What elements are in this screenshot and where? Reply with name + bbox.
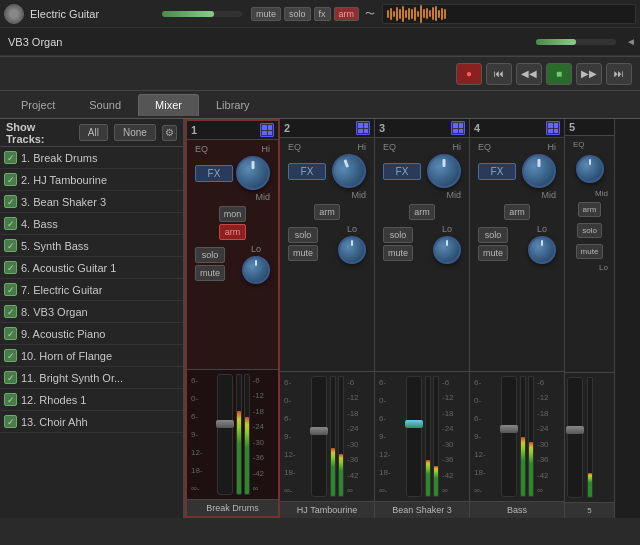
channel-num-5: 5 bbox=[569, 121, 575, 133]
fader-track-2[interactable] bbox=[311, 376, 327, 497]
list-item[interactable]: 11. Bright Synth Or... bbox=[0, 367, 183, 389]
chan-btns-3: arm bbox=[405, 202, 439, 222]
track-checkbox-9[interactable] bbox=[4, 327, 17, 340]
eq-hi-knob-1[interactable] bbox=[236, 156, 270, 190]
mute-btn-ch1[interactable]: mute bbox=[195, 265, 225, 281]
eq-hi-knob-4[interactable] bbox=[522, 154, 556, 188]
fader-handle-1[interactable] bbox=[216, 420, 234, 428]
gear-icon[interactable]: ⚙ bbox=[162, 125, 177, 141]
mid-label-5: Mid bbox=[569, 189, 610, 198]
track-checkbox-1[interactable] bbox=[4, 151, 17, 164]
channel-label-2: HJ Tambourine bbox=[280, 501, 374, 518]
meter-bar-1a bbox=[236, 374, 242, 495]
mute-btn-ch2[interactable]: mute bbox=[288, 245, 318, 261]
channel-grid-icon-4[interactable] bbox=[546, 121, 560, 135]
fader-track-5[interactable] bbox=[567, 377, 583, 498]
arm-btn-1[interactable]: arm bbox=[219, 224, 247, 240]
list-item[interactable]: 10. Horn of Flange bbox=[0, 345, 183, 367]
fader-handle-2[interactable] bbox=[310, 427, 328, 435]
track-checkbox-11[interactable] bbox=[4, 371, 17, 384]
fader-handle-4[interactable] bbox=[500, 425, 518, 433]
mon-btn-1[interactable]: mon bbox=[219, 206, 247, 222]
solo-btn-guitar[interactable]: solo bbox=[284, 7, 311, 21]
meter-bar-4a bbox=[520, 376, 526, 497]
solo-btn-ch5[interactable]: solo bbox=[577, 223, 602, 238]
fader-track-3[interactable] bbox=[406, 376, 422, 497]
track-checkbox-8[interactable] bbox=[4, 305, 17, 318]
list-item[interactable]: 5. Synth Bass bbox=[0, 235, 183, 257]
track-checkbox-12[interactable] bbox=[4, 393, 17, 406]
list-item[interactable]: 7. Electric Guitar bbox=[0, 279, 183, 301]
solo-btn-ch2[interactable]: solo bbox=[288, 227, 318, 243]
track-checkbox-13[interactable] bbox=[4, 415, 17, 428]
mute-btn-ch5[interactable]: mute bbox=[576, 244, 604, 259]
list-item[interactable]: 2. HJ Tambourine bbox=[0, 169, 183, 191]
mute-btn-ch3[interactable]: mute bbox=[383, 245, 413, 261]
arm-btn-2[interactable]: arm bbox=[314, 204, 340, 220]
track-fader-guitar[interactable] bbox=[162, 11, 242, 17]
fx-btn-ch4[interactable]: FX bbox=[478, 163, 516, 180]
eq-lo-knob-1[interactable] bbox=[242, 256, 270, 284]
tab-library[interactable]: Library bbox=[199, 94, 267, 116]
solo-btn-ch3[interactable]: solo bbox=[383, 227, 413, 243]
track-checkbox-5[interactable] bbox=[4, 239, 17, 252]
mute-btn-guitar[interactable]: mute bbox=[251, 7, 281, 21]
fx-btn-guitar[interactable]: fx bbox=[314, 7, 331, 21]
track-checkbox-4[interactable] bbox=[4, 217, 17, 230]
track-checkbox-6[interactable] bbox=[4, 261, 17, 274]
fwd-btn[interactable]: ▶▶ bbox=[576, 63, 602, 85]
solo-btn-ch4[interactable]: solo bbox=[478, 227, 508, 243]
eq-knob-5[interactable] bbox=[576, 155, 604, 183]
arm-btn-5[interactable]: arm bbox=[578, 202, 602, 217]
arm-btn-3[interactable]: arm bbox=[409, 204, 435, 220]
fader-handle-5[interactable] bbox=[566, 426, 584, 434]
fader-handle-3[interactable] bbox=[405, 420, 423, 428]
track-item-name-8: 8. VB3 Organ bbox=[21, 306, 88, 318]
eq-hi-knob-3[interactable] bbox=[427, 154, 461, 188]
list-item[interactable]: 8. VB3 Organ bbox=[0, 301, 183, 323]
list-item[interactable]: 12. Rhodes 1 bbox=[0, 389, 183, 411]
fader-track-1[interactable] bbox=[217, 374, 233, 495]
list-item[interactable]: 6. Acoustic Guitar 1 bbox=[0, 257, 183, 279]
track-fader-vb3[interactable] bbox=[536, 39, 616, 45]
tab-sound[interactable]: Sound bbox=[72, 94, 138, 116]
arm-btn-guitar[interactable]: arm bbox=[334, 7, 360, 21]
prev-btn[interactable]: ⏮ bbox=[486, 63, 512, 85]
list-item[interactable]: 1. Break Drums bbox=[0, 147, 183, 169]
list-item[interactable]: 9. Acoustic Piano bbox=[0, 323, 183, 345]
fader-scale-3: 6-0-6-9-12-18-∞- bbox=[379, 376, 391, 497]
list-item[interactable]: 13. Choir Ahh bbox=[0, 411, 183, 433]
channel-num-4: 4 bbox=[474, 122, 480, 134]
knob-area-4: EQHi FX Mid arm solo mute bbox=[470, 138, 564, 371]
rwd-btn[interactable]: ◀◀ bbox=[516, 63, 542, 85]
list-item[interactable]: 3. Bean Shaker 3 bbox=[0, 191, 183, 213]
none-btn[interactable]: None bbox=[114, 124, 156, 141]
eq-label-5: EQ bbox=[569, 140, 610, 149]
record-btn[interactable]: ● bbox=[456, 63, 482, 85]
solo-btn-ch1[interactable]: solo bbox=[195, 247, 225, 263]
eq-lo-knob-4[interactable] bbox=[528, 236, 556, 264]
eq-label-1: EQHi bbox=[191, 144, 274, 154]
mute-btn-ch4[interactable]: mute bbox=[478, 245, 508, 261]
eq-lo-knob-2[interactable] bbox=[338, 236, 366, 264]
eq-hi-knob-2[interactable] bbox=[327, 149, 371, 193]
tab-project[interactable]: Project bbox=[4, 94, 72, 116]
list-item[interactable]: 4. Bass bbox=[0, 213, 183, 235]
channel-grid-icon-3[interactable] bbox=[451, 121, 465, 135]
tab-mixer[interactable]: Mixer bbox=[138, 94, 199, 116]
arm-btn-4[interactable]: arm bbox=[504, 204, 530, 220]
track-checkbox-7[interactable] bbox=[4, 283, 17, 296]
fx-btn-ch2[interactable]: FX bbox=[288, 163, 326, 180]
fx-btn-ch3[interactable]: FX bbox=[383, 163, 421, 180]
end-btn[interactable]: ⏭ bbox=[606, 63, 632, 85]
channel-grid-icon-1[interactable] bbox=[260, 123, 274, 137]
track-checkbox-3[interactable] bbox=[4, 195, 17, 208]
all-btn[interactable]: All bbox=[79, 124, 108, 141]
fader-track-4[interactable] bbox=[501, 376, 517, 497]
track-checkbox-2[interactable] bbox=[4, 173, 17, 186]
play-btn[interactable]: ■ bbox=[546, 63, 572, 85]
eq-lo-knob-3[interactable] bbox=[433, 236, 461, 264]
fx-btn-ch1[interactable]: FX bbox=[195, 165, 233, 182]
channel-grid-icon-2[interactable] bbox=[356, 121, 370, 135]
track-checkbox-10[interactable] bbox=[4, 349, 17, 362]
